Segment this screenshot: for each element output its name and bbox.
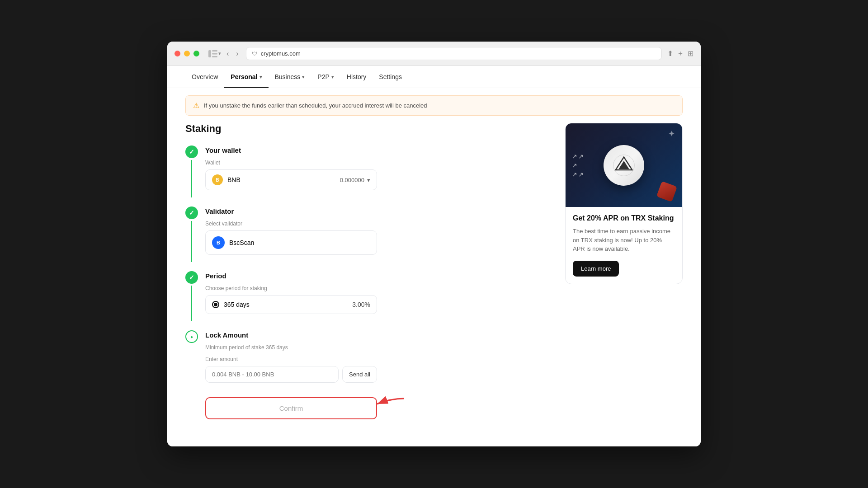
address-bar[interactable]: 🛡 cryptomus.com [246,47,662,60]
browser-actions: ⬆ ＋ ⊞ [667,49,693,58]
radio-inner [214,303,217,306]
learn-more-button[interactable]: Learn more [573,261,619,277]
arrow-icon-3: ↗ [572,162,577,169]
sidebar-toggle[interactable]: ▾ [208,50,221,57]
sparkles-icon: ✦ [668,129,675,139]
lock-form: Enter amount Send all [205,356,547,383]
step-wallet-content: Your wallet Wallet B BNB 0.000000 [205,145,547,197]
step-period: ✓ Period Choose period for staking [185,271,547,321]
nav-p2p[interactable]: P2P ▾ [311,66,340,88]
step-validator-check-icon: ✓ [185,206,198,219]
close-button[interactable] [175,51,180,56]
step-period-title: Period [205,272,547,280]
step-validator-title: Validator [205,207,547,215]
step-period-check-icon: ✓ [185,271,198,284]
svg-rect-1 [212,50,217,52]
step-period-content: Period Choose period for staking 365 day… [205,271,547,321]
amount-input-row: Send all [205,366,377,383]
svg-rect-0 [208,50,211,57]
nav-bar: Overview Personal ▾ Business ▾ P2P ▾ His… [167,66,701,88]
main-content: Staking ✓ Your wallet Wallet [167,123,701,446]
alert-banner: ⚠ If you unstake the funds earlier than … [185,95,683,116]
step-period-line [191,286,192,321]
step-lock-indicator: ● [185,330,198,419]
warning-icon: ⚠ [193,101,199,110]
amount-input[interactable] [205,366,339,383]
back-button[interactable]: ‹ [225,49,231,59]
nav-overview[interactable]: Overview [185,66,224,88]
send-all-button[interactable]: Send all [342,366,377,383]
promo-body: Get 20% APR on TRX Staking The best time… [566,207,682,284]
step-validator-content: Validator Select validator B BscScan [205,206,547,262]
share-icon[interactable]: ⬆ [667,49,673,58]
browser-window: ▾ ‹ › 🛡 cryptomus.com ⬆ ＋ ⊞ Overview Per… [167,42,701,446]
red-cube-decoration [656,181,677,202]
wallet-right: 0.000000 ▾ [340,177,370,183]
trx-coin [604,145,644,186]
page-content: Overview Personal ▾ Business ▾ P2P ▾ His… [167,66,701,446]
promo-card: ↗ ↗ ↗ ↗ ↗ [565,123,683,284]
arrow-annotation [373,395,409,415]
grid-icon[interactable]: ⊞ [688,49,693,58]
wallet-select[interactable]: B BNB 0.000000 ▾ [205,169,377,190]
step-wallet: ✓ Your wallet Wallet B BNB [185,145,547,197]
step-validator-line [191,221,192,262]
enter-amount-label: Enter amount [205,356,547,362]
step-validator: ✓ Validator Select validator B BscScan [185,206,547,262]
period-option[interactable]: 365 days 3.00% [205,295,377,314]
step-lock-circle-icon: ● [185,330,198,343]
alert-message: If you unstake the funds earlier than sc… [204,102,427,109]
period-left: 365 days [212,301,250,308]
step-period-indicator: ✓ [185,271,198,321]
business-chevron-icon: ▾ [302,74,305,80]
promo-title: Get 20% APR on TRX Staking [573,214,675,222]
arrow-icon-5: ↗ [578,171,584,178]
step-wallet-title: Your wallet [205,146,547,154]
select-validator-label: Select validator [205,221,547,227]
validator-box[interactable]: B BscScan [205,230,377,255]
nav-history[interactable]: History [340,66,373,88]
wallet-chevron-icon: ▾ [367,177,370,183]
period-rate: 3.00% [352,301,370,308]
nav-settings[interactable]: Settings [373,66,408,88]
svg-rect-2 [212,53,217,54]
arrow-icon-4: ↗ [572,171,577,178]
validator-form: Select validator B BscScan [205,221,547,255]
step-wallet-indicator: ✓ [185,145,198,197]
forward-button[interactable]: › [234,49,240,59]
confirm-button[interactable]: Confirm [205,397,377,419]
wallet-left: B BNB [212,174,241,185]
nav-business[interactable]: Business ▾ [269,66,311,88]
left-panel: Staking ✓ Your wallet Wallet [185,123,547,428]
wallet-name: BNB [227,176,241,183]
confirm-section: Confirm [205,390,377,419]
wallet-label: Wallet [205,160,547,166]
traffic-lights [175,51,199,56]
step-lock: ● Lock Amount Minimum period of stake 36… [185,330,547,419]
minimize-button[interactable] [184,51,190,56]
nav-personal[interactable]: Personal ▾ [224,66,268,88]
arrow-icon-2: ↗ [578,153,584,160]
choose-period-label: Choose period for staking [205,285,547,291]
url-text: cryptomus.com [261,50,301,57]
bscscan-icon: B [212,236,225,249]
step-validator-indicator: ✓ [185,206,198,262]
steps-container: ✓ Your wallet Wallet B BNB [185,145,547,419]
maximize-button[interactable] [193,51,199,56]
validator-name: BscScan [229,239,254,246]
browser-chrome: ▾ ‹ › 🛡 cryptomus.com ⬆ ＋ ⊞ [167,42,701,66]
bnb-icon: B [212,174,223,185]
arrow-icon: ↗ [572,153,577,160]
period-radio [212,301,219,308]
right-panel: ↗ ↗ ↗ ↗ ↗ [565,123,683,428]
step-lock-title: Lock Amount [205,331,547,339]
personal-chevron-icon: ▾ [259,74,262,80]
new-tab-icon[interactable]: ＋ [677,49,684,58]
svg-rect-3 [212,56,217,57]
step-wallet-line [191,160,192,197]
step-wallet-check-icon: ✓ [185,145,198,158]
promo-image: ↗ ↗ ↗ ↗ ↗ [566,123,682,207]
trx-logo-icon [613,154,635,177]
wallet-form: Wallet B BNB 0.000000 ▾ [205,160,547,190]
step-lock-content: Lock Amount Minimum period of stake 365 … [205,330,547,419]
